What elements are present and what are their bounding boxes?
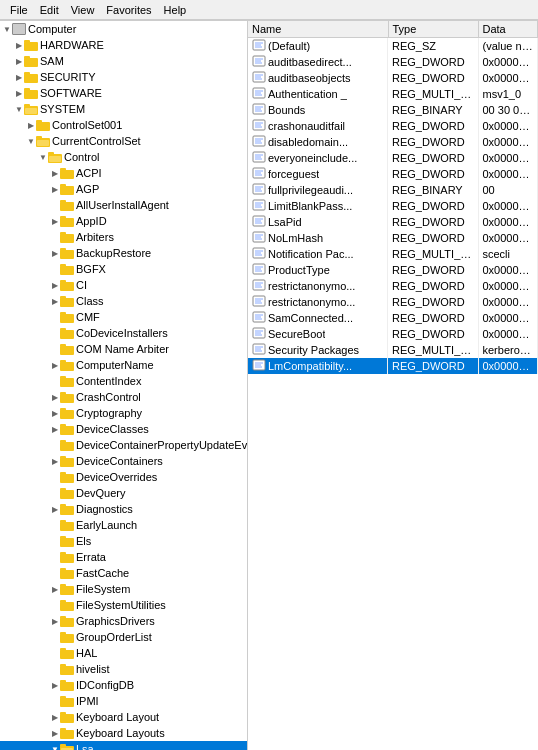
tree-item-bgfx[interactable]: BGFX [0,261,247,277]
folder-icon [60,375,74,387]
tree-item-els[interactable]: Els [0,533,247,549]
tree-item-filesystem[interactable]: ▶ FileSystem [0,581,247,597]
svg-rect-26 [60,216,66,219]
tree-item-keyboardlayouts[interactable]: ▶ Keyboard Layouts [0,725,247,741]
tree-item-ci[interactable]: ▶ CI [0,277,247,293]
tree-item-diagnostics[interactable]: ▶ Diagnostics [0,501,247,517]
tree-item-label: CMF [76,311,100,323]
tree-item-ipmi[interactable]: IPMI [0,693,247,709]
table-row[interactable]: LmCompatibilty...REG_DWORD0x00000002 (2) [248,358,538,374]
tree-root-computer[interactable]: ▼ Computer [0,21,247,37]
tree-item-fastcache[interactable]: FastCache [0,565,247,581]
tree-item-currentcontrolset[interactable]: ▼ CurrentControlSet [0,133,247,149]
tree-item-controlset001[interactable]: ▶ ControlSet001 [0,117,247,133]
tree-item-devicecontainerpropertyupdateevents[interactable]: DeviceContainerPropertyUpdateEvents [0,437,247,453]
tree-item-devicecontainers[interactable]: ▶ DeviceContainers [0,453,247,469]
table-row[interactable]: Security PackagesREG_MULTI_SZkerberos ms… [248,342,538,358]
tree-item-system[interactable]: ▼ SYSTEM [0,101,247,117]
tree-item-filesystemutilities[interactable]: FileSystemUtilities [0,597,247,613]
tree-item-idconfigdb[interactable]: ▶ IDConfigDB [0,677,247,693]
folder-icon [24,87,38,99]
menu-favorites[interactable]: Favorites [100,3,157,17]
table-row[interactable]: LsaPidREG_DWORD0x000002a0 (672) [248,214,538,230]
table-row[interactable]: ProductTypeREG_DWORD0x00000006 (6) [248,262,538,278]
table-row[interactable]: Notification Pac...REG_MULTI_SZscecli [248,246,538,262]
chevron-right-icon: ▶ [50,360,60,370]
menu-help[interactable]: Help [158,3,193,17]
table-row[interactable]: Authentication _REG_MULTI_SZmsv1_0 [248,86,538,102]
tree-item-sam[interactable]: ▶ SAM [0,53,247,69]
registry-value-icon [252,55,266,69]
tree-item-label: hivelist [76,663,110,675]
no-arrow-icon [50,328,60,338]
folder-icon [60,503,74,515]
column-header-type[interactable]: Type [388,21,478,38]
table-row[interactable]: crashonauditfailREG_DWORD0x00000000 (0) [248,118,538,134]
tree-item-comnamearbiter[interactable]: COM Name Arbiter [0,341,247,357]
tree-item-graphicsdrivers[interactable]: ▶ GraphicsDrivers [0,613,247,629]
tree-item-appid[interactable]: ▶ AppID [0,213,247,229]
tree-item-errata[interactable]: Errata [0,549,247,565]
svg-rect-64 [60,520,66,523]
tree-item-label: CrashControl [76,391,141,403]
tree-item-devquery[interactable]: DevQuery [0,485,247,501]
menu-edit[interactable]: Edit [34,3,65,17]
tree-item-cmf[interactable]: CMF [0,309,247,325]
table-row[interactable]: BoundsREG_BINARY00 30 00 00 00 20 00 00 [248,102,538,118]
tree-item-hal[interactable]: HAL [0,645,247,661]
table-row[interactable]: auditbasedirect...REG_DWORD0x00000000 (0… [248,54,538,70]
tree-item-label: DeviceOverrides [76,471,157,483]
table-row[interactable]: SamConnected...REG_DWORD0x00000001 (1) [248,310,538,326]
svg-rect-77 [60,634,74,643]
column-header-data[interactable]: Data [478,21,538,38]
menu-view[interactable]: View [65,3,101,17]
tree-item-acpi[interactable]: ▶ ACPI [0,165,247,181]
table-row[interactable]: LimitBlankPass...REG_DWORD0x00000001 (1) [248,198,538,214]
tree-item-backuprestore[interactable]: ▶ BackupRestore [0,245,247,261]
table-row[interactable]: restrictanonymo...REG_DWORD0x00000000 (0… [248,278,538,294]
table-row[interactable]: disabledomain...REG_DWORD0x00000000 (0) [248,134,538,150]
tree-item-grouporderlist[interactable]: GroupOrderList [0,629,247,645]
tree-item-alluserinstallagent[interactable]: AllUserInstallAgent [0,197,247,213]
tree-item-deviceoverrides[interactable]: DeviceOverrides [0,469,247,485]
column-header-name[interactable]: Name [248,21,388,38]
svg-rect-21 [60,186,74,195]
chevron-right-icon: ▶ [50,680,60,690]
tree-item-agp[interactable]: ▶ AGP [0,181,247,197]
tree-item-computername[interactable]: ▶ ComputerName [0,357,247,373]
table-row[interactable]: fullprivilegeaudi...REG_BINARY00 [248,182,538,198]
table-row[interactable]: auditbaseobjectsREG_DWORD0x00000000 (0) [248,70,538,86]
tree-item-control[interactable]: ▼ Control [0,149,247,165]
tree-item-codeviceinstallers[interactable]: CoDeviceInstallers [0,325,247,341]
registry-value-icon [252,103,266,117]
tree-item-lsa[interactable]: ▼ Lsa [0,741,247,750]
table-row[interactable]: NoLmHashREG_DWORD0x00000001 (1) [248,230,538,246]
folder-icon [60,727,74,739]
tree-item-arbiters[interactable]: Arbiters [0,229,247,245]
no-arrow-icon [50,552,60,562]
registry-tree[interactable]: ▼ Computer ▶ HARDWARE▶ SAM▶ SECURITY▶ SO… [0,21,248,750]
tree-item-crashcontrol[interactable]: ▶ CrashControl [0,389,247,405]
tree-item-earlylaunch[interactable]: EarlyLaunch [0,517,247,533]
table-row[interactable]: forceguestREG_DWORD0x00000000 (0) [248,166,538,182]
table-row[interactable]: SecureBootREG_DWORD0x00000001 (1) [248,326,538,342]
tree-item-software[interactable]: ▶ SOFTWARE [0,85,247,101]
tree-item-class[interactable]: ▶ Class [0,293,247,309]
cell-data: 0x00000000 (0) [478,166,538,182]
table-row[interactable]: (Default)REG_SZ(value not set) [248,38,538,55]
cell-name: SecureBoot [248,326,388,342]
table-row[interactable]: everyoneinclude...REG_DWORD0x00000000 (0… [248,150,538,166]
table-row[interactable]: restrictanonymo...REG_DWORD0x00000001 (1… [248,294,538,310]
tree-item-hardware[interactable]: ▶ HARDWARE [0,37,247,53]
tree-item-cryptography[interactable]: ▶ Cryptography [0,405,247,421]
chevron-right-icon: ▶ [50,280,60,290]
tree-item-security[interactable]: ▶ SECURITY [0,69,247,85]
tree-item-label: Cryptography [76,407,142,419]
tree-item-deviceclasses[interactable]: ▶ DeviceClasses [0,421,247,437]
registry-values[interactable]: NameTypeData (Default)REG_SZ(value not s… [248,21,538,750]
folder-icon [60,327,74,339]
tree-item-contentindex[interactable]: ContentIndex [0,373,247,389]
tree-item-keyboardlayout[interactable]: ▶ Keyboard Layout [0,709,247,725]
tree-item-hivelist[interactable]: hivelist [0,661,247,677]
menu-file[interactable]: File [4,3,34,17]
